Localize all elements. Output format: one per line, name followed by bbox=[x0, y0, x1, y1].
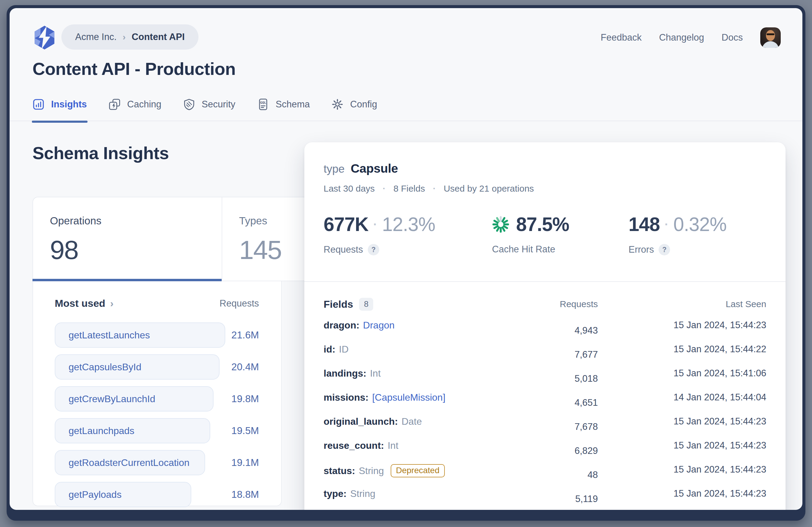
summary-tab-operations[interactable]: Operations 98 bbox=[32, 197, 222, 281]
field-type[interactable]: ID bbox=[339, 344, 349, 355]
meta-usage: Used by 21 operations bbox=[444, 184, 534, 194]
stat-secondary-value: 12.3% bbox=[382, 213, 435, 236]
tab-schema[interactable]: GQL Schema bbox=[257, 98, 310, 110]
panel-meta: Last 30 days · 8 Fields · Used by 21 ope… bbox=[304, 176, 785, 194]
field-request-count: 5,119 bbox=[526, 484, 598, 504]
field-row: id : ID 7,677 15 Jan 2024, 15:44:22 bbox=[323, 340, 766, 364]
stellate-logo-icon[interactable] bbox=[32, 25, 57, 50]
operation-pill[interactable]: getCrewByLaunchId bbox=[55, 386, 214, 412]
field-last-seen: 15 Jan 2024, 15:44:23 bbox=[598, 412, 766, 427]
section-heading: Schema Insights bbox=[32, 143, 169, 163]
operation-pill[interactable]: getLatestLaunches bbox=[55, 323, 225, 348]
most-used-row: getLatestLaunches 21.6M bbox=[55, 323, 259, 348]
caching-icon bbox=[108, 98, 120, 110]
fields-table: Fields 8 Requests Last Seen dragon : Dra… bbox=[323, 293, 766, 508]
breadcrumb-org[interactable]: Acme Inc. bbox=[75, 32, 117, 42]
field-type[interactable]: String bbox=[359, 465, 384, 476]
feedback-link[interactable]: Feedback bbox=[600, 32, 641, 43]
meta-range: Last 30 days bbox=[323, 184, 375, 194]
operation-request-count: 21.6M bbox=[231, 329, 259, 341]
tab-label: Insights bbox=[51, 99, 87, 110]
schema-icon: GQL bbox=[257, 98, 269, 110]
field-name: id bbox=[323, 344, 332, 355]
operation-pill[interactable]: getLaunchpads bbox=[55, 418, 210, 443]
field-name: original_launch bbox=[323, 416, 395, 427]
svg-text:GQL: GQL bbox=[260, 101, 266, 105]
summary-value: 98 bbox=[50, 234, 222, 265]
field-name: dragon bbox=[323, 320, 356, 331]
chevron-right-icon: › bbox=[110, 298, 113, 309]
tab-config[interactable]: Config bbox=[331, 98, 377, 110]
field-type[interactable]: String bbox=[350, 488, 375, 499]
operation-pill[interactable]: getRoadsterCurrentLocation bbox=[55, 450, 205, 475]
field-name: reuse_count bbox=[323, 440, 381, 451]
field-last-seen: 15 Jan 2024, 15:44:23 bbox=[598, 484, 766, 499]
help-icon[interactable]: ? bbox=[368, 244, 379, 255]
operation-pill[interactable]: getCapsulesById bbox=[55, 354, 219, 380]
field-type[interactable]: [CapsuleMission] bbox=[372, 392, 445, 403]
tab-caching[interactable]: Caching bbox=[108, 98, 161, 110]
tab-insights[interactable]: Insights bbox=[32, 98, 87, 110]
docs-link[interactable]: Docs bbox=[722, 32, 743, 43]
field-row: landings : Int 5,018 15 Jan 2024, 15:41:… bbox=[323, 364, 766, 388]
field-last-seen: 15 Jan 2024, 15:44:22 bbox=[598, 340, 766, 355]
stats-row: 677K · 12.3% Requests ? bbox=[304, 213, 785, 273]
field-colon: : bbox=[356, 320, 359, 331]
fields-table-header: Fields 8 Requests Last Seen bbox=[323, 293, 766, 315]
type-detail-panel: type Capsule Last 30 days · 8 Fields · U… bbox=[304, 142, 785, 510]
most-used-title: Most used bbox=[55, 298, 105, 309]
tab-security[interactable]: Security bbox=[183, 98, 235, 110]
deprecated-badge: Deprecated bbox=[391, 464, 445, 478]
operation-request-count: 19.5M bbox=[231, 425, 259, 437]
app-surface: Acme Inc. › Content API Feedback Changel… bbox=[10, 8, 802, 510]
most-used-row: getCrewByLaunchId 19.8M bbox=[55, 386, 259, 412]
breadcrumb[interactable]: Acme Inc. › Content API bbox=[61, 24, 199, 49]
field-type[interactable]: Int bbox=[370, 368, 381, 379]
stat-errors: 148 · 0.32% Errors ? bbox=[628, 213, 727, 255]
help-icon[interactable]: ? bbox=[658, 244, 670, 255]
breadcrumb-project[interactable]: Content API bbox=[132, 32, 185, 42]
stat-label: Cache Hit Rate bbox=[492, 244, 555, 255]
dot-separator: · bbox=[382, 184, 386, 194]
type-name: Capsule bbox=[351, 161, 398, 176]
dot-separator: · bbox=[373, 218, 377, 231]
stat-label: Requests bbox=[323, 244, 363, 255]
panel-header: type Capsule bbox=[304, 142, 785, 176]
operation-name: getCrewByLaunchId bbox=[69, 394, 155, 404]
field-last-seen: 14 Jan 2024, 15:44:04 bbox=[598, 388, 766, 403]
field-type[interactable]: Date bbox=[402, 416, 422, 427]
field-type[interactable]: Dragon bbox=[363, 320, 395, 331]
field-row: original_launch : Date 7,678 15 Jan 2024… bbox=[323, 412, 766, 436]
insights-icon bbox=[32, 98, 44, 110]
field-name: status bbox=[323, 465, 352, 476]
field-request-count: 6,829 bbox=[526, 436, 598, 456]
dot-separator: · bbox=[433, 184, 436, 194]
user-avatar[interactable] bbox=[760, 27, 781, 48]
header-nav: Feedback Changelog Docs bbox=[600, 25, 781, 50]
avatar-face bbox=[766, 30, 775, 41]
most-used-title-link[interactable]: Most used › bbox=[55, 298, 113, 309]
stat-requests: 677K · 12.3% Requests ? bbox=[323, 213, 435, 255]
cache-hit-spinner-icon bbox=[492, 216, 509, 233]
field-name: type bbox=[323, 488, 344, 499]
operation-name: getLaunchpads bbox=[69, 425, 134, 437]
field-request-count: 7,677 bbox=[526, 340, 598, 360]
panel-divider bbox=[304, 281, 785, 282]
field-type[interactable]: Int bbox=[388, 440, 398, 451]
tab-label: Config bbox=[350, 99, 377, 110]
tab-label: Schema bbox=[276, 99, 310, 110]
dot-separator: · bbox=[665, 218, 669, 231]
field-colon: : bbox=[332, 344, 335, 355]
changelog-link[interactable]: Changelog bbox=[659, 32, 704, 43]
field-colon: : bbox=[365, 392, 369, 403]
stat-label: Errors bbox=[628, 244, 654, 255]
operation-name: getCapsulesById bbox=[69, 361, 141, 373]
operation-pill[interactable]: getPayloads bbox=[55, 482, 191, 507]
tab-label: Caching bbox=[127, 99, 161, 110]
type-kind-label: type bbox=[323, 163, 345, 175]
field-row: dragon : Dragon 4,943 15 Jan 2024, 15:44… bbox=[323, 315, 766, 340]
field-request-count: 48 bbox=[526, 460, 598, 480]
field-colon: : bbox=[363, 368, 367, 379]
most-used-row: getPayloads 18.8M bbox=[55, 482, 259, 507]
primary-tabs: Insights Caching Security GQL Schema bbox=[10, 98, 802, 121]
